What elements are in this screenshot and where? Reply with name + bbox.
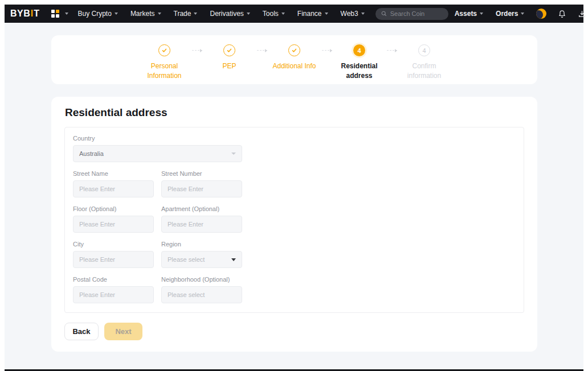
download-icon [578, 10, 586, 18]
nav-item-label: Trade [174, 10, 191, 18]
neighborhood-select-placeholder: Please select [168, 291, 236, 298]
field-city: City [73, 241, 154, 268]
nav-item-web3[interactable]: Web3 [334, 10, 371, 18]
notifications-button[interactable] [557, 9, 567, 19]
step-number-circle: 4 [418, 44, 430, 56]
chevron-down-icon [231, 258, 236, 261]
step-connector [257, 50, 267, 51]
street-number-input[interactable] [161, 180, 242, 197]
logo-part1: BYB [10, 9, 30, 19]
nav-item-label: Web3 [341, 10, 358, 18]
kyc-stepper: Personal Information PEP [137, 44, 452, 81]
nav-item-assets[interactable]: Assets [448, 10, 489, 18]
apps-menu[interactable] [48, 10, 72, 18]
step-label: Additional Info [272, 61, 316, 71]
content-area: Personal Information PEP [5, 23, 583, 371]
chevron-down-icon [247, 13, 250, 15]
step-check-circle [158, 44, 170, 56]
step-pep[interactable]: PEP [202, 44, 257, 81]
step-label: Personal Information [137, 61, 192, 81]
logo-part2: T [34, 9, 39, 19]
field-label: Street Name [73, 170, 154, 177]
chevron-down-icon [231, 152, 236, 155]
nav-item-orders[interactable]: Orders [489, 10, 530, 18]
nav-item-label: Orders [496, 10, 518, 18]
nav-item-label: Derivatives [210, 10, 243, 18]
step-label: PEP [222, 61, 236, 71]
check-icon [161, 47, 168, 53]
download-app-button[interactable] [577, 9, 587, 19]
postal-code-input[interactable] [73, 286, 154, 303]
step-label: Confirm information [397, 61, 452, 81]
step-residential-address[interactable]: 4 Residential address [332, 44, 387, 81]
step-connector [387, 50, 397, 51]
region-select-placeholder: Please select [168, 256, 231, 263]
country-select[interactable]: Australia [73, 145, 242, 162]
field-country: Country Australia [73, 135, 242, 162]
kyc-stepper-card: Personal Information PEP [51, 35, 537, 84]
country-select-value: Australia [79, 150, 231, 157]
page-title: Residential address [65, 106, 537, 119]
field-label: Country [73, 135, 242, 142]
chevron-down-icon [281, 13, 285, 15]
step-personal-information[interactable]: Personal Information [137, 44, 192, 81]
apartment-input[interactable] [161, 216, 242, 233]
search-icon [381, 11, 387, 17]
step-number-circle: 4 [353, 44, 365, 56]
field-label: Region [161, 241, 242, 248]
nav-item-label: Assets [455, 10, 477, 18]
bybit-logo[interactable]: BYBIT [10, 9, 40, 19]
step-connector [322, 50, 332, 51]
neighborhood-select[interactable]: Please select [161, 286, 242, 303]
field-label: City [73, 241, 154, 248]
field-label: Street Number [161, 170, 242, 177]
nav-right: Assets Orders [448, 9, 588, 19]
coin-search[interactable] [375, 8, 448, 20]
chevron-down-icon [480, 13, 483, 15]
field-label: Postal Code [73, 276, 154, 283]
city-input[interactable] [73, 251, 154, 268]
field-region: Region Please select [161, 241, 242, 268]
field-street-name: Street Name [73, 170, 154, 197]
chevron-down-icon [158, 13, 161, 15]
chevron-down-icon [325, 13, 328, 15]
field-street-number: Street Number [161, 170, 242, 197]
search-input[interactable] [390, 10, 443, 17]
chevron-down-icon [115, 13, 118, 15]
field-postal-code: Postal Code [73, 276, 154, 303]
nav-item-buy-crypto[interactable]: Buy Crypto [72, 10, 124, 18]
nav-item-trade[interactable]: Trade [168, 10, 204, 18]
check-icon [291, 47, 297, 53]
form-actions: Back Next [64, 323, 537, 340]
top-nav: BYBIT Buy Crypto Markets Trade Derivativ… [5, 5, 583, 23]
nav-item-label: Tools [263, 10, 279, 18]
nav-item-finance[interactable]: Finance [291, 10, 334, 18]
field-label: Neighborhood (Optional) [161, 276, 242, 283]
nav-item-label: Buy Crypto [78, 10, 112, 18]
nav-item-markets[interactable]: Markets [124, 10, 168, 18]
step-additional-info[interactable]: Additional Info [267, 44, 322, 81]
field-label: Apartment (Optional) [161, 205, 242, 212]
nav-item-tools[interactable]: Tools [256, 10, 291, 18]
chevron-down-icon [361, 13, 365, 15]
step-connector [192, 50, 202, 51]
step-check-circle [288, 44, 300, 56]
field-neighborhood: Neighborhood (Optional) Please select [161, 276, 242, 303]
back-button[interactable]: Back [64, 323, 99, 340]
user-avatar[interactable] [536, 9, 546, 19]
chevron-down-icon [521, 13, 524, 15]
nav-item-label: Finance [297, 10, 322, 18]
street-name-input[interactable] [73, 180, 154, 197]
apps-grid-icon [51, 10, 60, 18]
page: BYBIT Buy Crypto Markets Trade Derivativ… [0, 0, 588, 371]
step-confirm-information[interactable]: 4 Confirm information [397, 44, 452, 81]
check-icon [226, 47, 232, 53]
field-label: Floor (Optional) [73, 205, 154, 212]
step-label: Residential address [332, 61, 387, 81]
nav-item-derivatives[interactable]: Derivatives [203, 10, 256, 18]
next-button[interactable]: Next [104, 323, 142, 340]
step-check-circle [223, 44, 235, 56]
nav-left: BYBIT Buy Crypto Markets Trade Derivativ… [10, 8, 448, 20]
floor-input[interactable] [73, 216, 154, 233]
region-select[interactable]: Please select [161, 251, 242, 268]
